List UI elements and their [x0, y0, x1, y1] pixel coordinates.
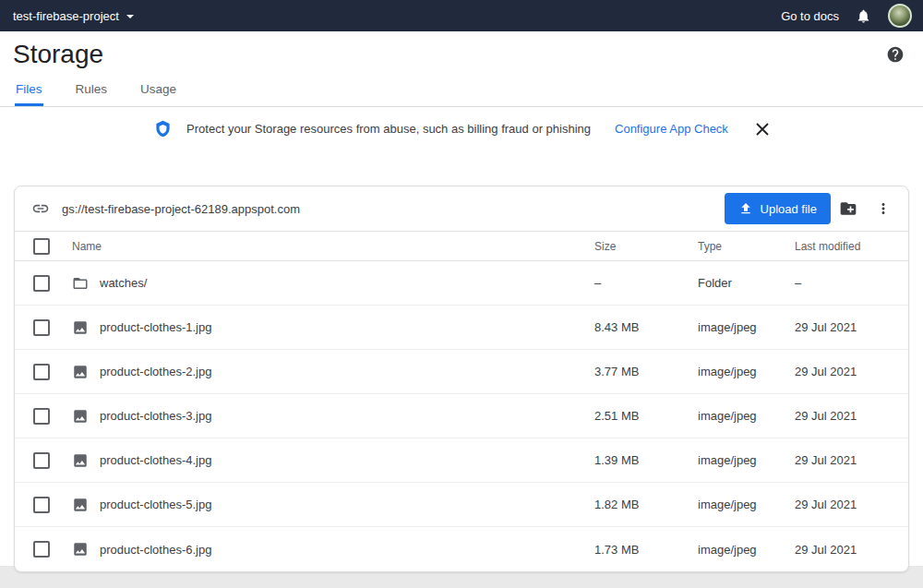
row-size: – [594, 276, 698, 290]
storage-card: gs://test-firebase-project-62189.appspot… [14, 186, 909, 572]
tab-files[interactable]: Files [15, 75, 43, 106]
row-checkbox[interactable] [33, 364, 50, 380]
row-modified: – [795, 276, 893, 290]
upload-file-label: Upload file [761, 202, 817, 216]
row-name: product-clothes-4.jpg [100, 453, 211, 467]
row-checkbox[interactable] [33, 408, 50, 425]
table-row[interactable]: product-clothes-3.jpg 2.51 MB image/jpeg… [15, 394, 908, 438]
close-icon [756, 123, 769, 136]
row-name-cell[interactable]: watches/ [50, 275, 594, 292]
page-header: Storage [0, 31, 923, 75]
row-name: product-clothes-2.jpg [100, 365, 211, 378]
link-icon [31, 199, 50, 218]
chevron-down-icon [126, 15, 134, 18]
row-name: product-clothes-1.jpg [100, 320, 211, 334]
table-row[interactable]: product-clothes-1.jpg 8.43 MB image/jpeg… [15, 306, 908, 350]
image-icon [72, 319, 89, 336]
row-size: 1.39 MB [594, 453, 698, 467]
row-type: image/jpeg [698, 365, 795, 378]
create-folder-button[interactable] [831, 191, 866, 226]
bucket-toolbar: gs://test-firebase-project-62189.appspot… [15, 186, 908, 231]
configure-app-check-link[interactable]: Configure App Check [615, 122, 728, 136]
row-name-cell[interactable]: product-clothes-5.jpg [50, 497, 594, 513]
more-options-button[interactable] [866, 191, 901, 226]
upload-file-button[interactable]: Upload file [725, 193, 831, 224]
table-row[interactable]: product-clothes-2.jpg 3.77 MB image/jpeg… [15, 350, 908, 394]
row-checkbox[interactable] [33, 497, 50, 513]
shield-icon [154, 120, 172, 138]
row-size: 1.82 MB [594, 498, 698, 511]
new-folder-icon [839, 199, 857, 218]
folder-icon [72, 275, 89, 292]
bell-icon [856, 8, 871, 24]
row-modified: 29 Jul 2021 [795, 498, 893, 511]
banner-text: Protect your Storage resources from abus… [186, 122, 591, 136]
row-name-cell[interactable]: product-clothes-2.jpg [50, 364, 594, 380]
row-modified: 29 Jul 2021 [795, 453, 893, 467]
more-vert-icon [875, 200, 892, 217]
table-row[interactable]: product-clothes-5.jpg 1.82 MB image/jpeg… [15, 483, 908, 527]
row-size: 1.73 MB [594, 543, 698, 557]
row-type: Folder [698, 276, 795, 290]
row-name-cell[interactable]: product-clothes-6.jpg [50, 541, 594, 558]
help-icon [886, 45, 905, 64]
table-row[interactable]: product-clothes-4.jpg 1.39 MB image/jpeg… [15, 438, 908, 483]
upload-icon [738, 201, 753, 216]
column-header-type: Type [698, 240, 795, 253]
tab-usage[interactable]: Usage [139, 75, 177, 106]
project-switcher[interactable]: test-firebase-project [13, 9, 134, 23]
column-header-name: Name [50, 240, 594, 253]
row-name: watches/ [100, 276, 147, 290]
image-icon [72, 541, 89, 558]
row-name: product-clothes-6.jpg [100, 543, 211, 557]
table-row[interactable]: watches/ – Folder – [15, 261, 908, 306]
row-name: product-clothes-3.jpg [100, 409, 211, 423]
avatar[interactable] [888, 4, 912, 28]
select-all-checkbox[interactable] [33, 238, 50, 255]
topbar: test-firebase-project Go to docs [0, 0, 923, 31]
table-header: Name Size Type Last modified [15, 231, 908, 261]
row-modified: 29 Jul 2021 [795, 409, 893, 423]
project-name: test-firebase-project [13, 9, 119, 23]
help-button[interactable] [886, 45, 905, 64]
row-modified: 29 Jul 2021 [795, 320, 893, 334]
tab-rules[interactable]: Rules [75, 75, 109, 106]
topbar-right: Go to docs [781, 4, 912, 28]
page-title: Storage [13, 40, 103, 69]
tab-bar: Files Rules Usage [0, 75, 923, 107]
app-check-banner: Protect your Storage resources from abus… [0, 107, 923, 150]
column-header-modified: Last modified [795, 240, 893, 253]
column-header-size: Size [594, 240, 698, 253]
row-size: 3.77 MB [594, 365, 698, 378]
image-icon [72, 408, 89, 425]
row-name-cell[interactable]: product-clothes-1.jpg [50, 319, 594, 336]
row-checkbox[interactable] [33, 319, 50, 336]
row-type: image/jpeg [698, 453, 795, 467]
image-icon [72, 452, 89, 469]
row-name-cell[interactable]: product-clothes-4.jpg [50, 452, 594, 469]
row-type: image/jpeg [698, 409, 795, 423]
row-checkbox[interactable] [33, 275, 50, 292]
go-to-docs-link[interactable]: Go to docs [781, 9, 839, 23]
banner-close-button[interactable] [756, 123, 769, 136]
image-icon [72, 364, 89, 380]
row-size: 2.51 MB [594, 409, 698, 423]
table-row[interactable]: product-clothes-6.jpg 1.73 MB image/jpeg… [15, 527, 908, 571]
row-size: 8.43 MB [594, 320, 698, 334]
row-name-cell[interactable]: product-clothes-3.jpg [50, 408, 594, 425]
image-icon [72, 497, 89, 513]
row-type: image/jpeg [698, 320, 795, 334]
notifications-button[interactable] [856, 8, 871, 24]
row-modified: 29 Jul 2021 [795, 365, 893, 378]
row-modified: 29 Jul 2021 [795, 543, 893, 557]
row-type: image/jpeg [698, 498, 795, 511]
row-type: image/jpeg [698, 543, 795, 557]
bucket-path[interactable]: gs://test-firebase-project-62189.appspot… [62, 202, 725, 216]
row-name: product-clothes-5.jpg [100, 498, 211, 511]
table-body: watches/ – Folder – product-clothes-1.jp… [15, 261, 908, 571]
row-checkbox[interactable] [33, 452, 50, 469]
row-checkbox[interactable] [33, 541, 50, 558]
